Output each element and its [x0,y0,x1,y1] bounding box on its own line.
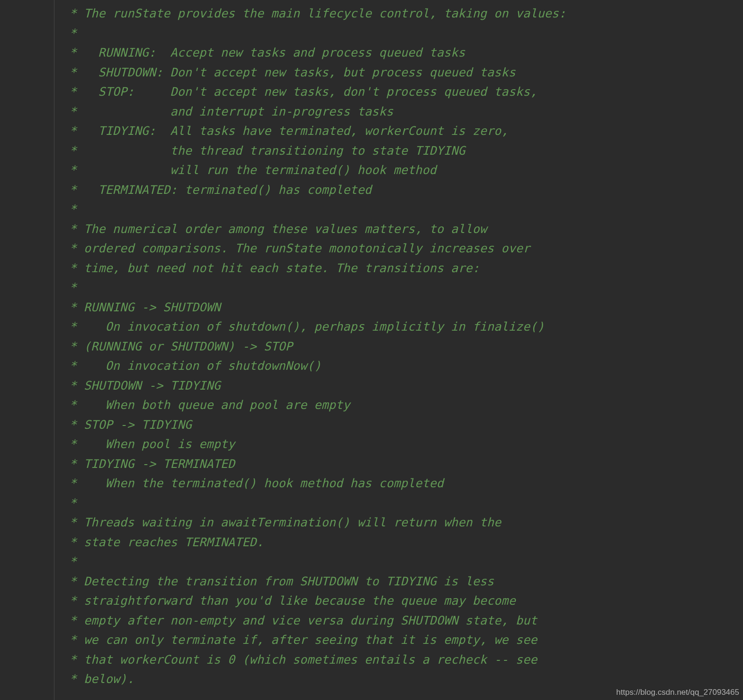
code-line: * The runState provides the main lifecyc… [62,4,743,24]
code-line: * RUNNING: Accept new tasks and process … [62,43,743,63]
code-line: * On invocation of shutdownNow() [62,356,743,376]
code-line: * [62,24,743,43]
code-line: * RUNNING -> SHUTDOWN [62,298,743,317]
code-line: * below). [62,669,743,689]
watermark-text: https://blog.csdn.net/qq_27093465 [616,688,739,697]
code-line: * we can only terminate if, after seeing… [62,630,743,650]
code-line: * The numerical order among these values… [62,219,743,239]
code-line: * TIDYING: All tasks have terminated, wo… [62,121,743,141]
code-line: * Detecting the transition from SHUTDOWN… [62,572,743,592]
editor-gutter [0,0,54,700]
code-line: * time, but need not hit each state. The… [62,258,743,278]
code-line: * [62,493,743,513]
code-line: * straightforward than you'd like becaus… [62,591,743,611]
code-line: * When the terminated() hook method has … [62,474,743,493]
code-line: * SHUTDOWN: Don't accept new tasks, but … [62,63,743,83]
code-line: * will run the terminated() hook method [62,160,743,180]
code-line: * Threads waiting in awaitTermination() … [62,513,743,533]
editor-window: * The runState provides the main lifecyc… [0,0,743,700]
code-line: * SHUTDOWN -> TIDYING [62,376,743,396]
code-line: * On invocation of shutdown(), perhaps i… [62,317,743,337]
code-line: * [62,200,743,219]
code-line: * STOP: Don't accept new tasks, don't pr… [62,82,743,102]
code-line: * TERMINATED: terminated() has completed [62,180,743,200]
code-line: * TIDYING -> TERMINATED [62,454,743,474]
code-line: * the thread transitioning to state TIDY… [62,141,743,161]
code-line: * and interrupt in-progress tasks [62,102,743,122]
code-line: * [62,552,743,572]
code-line: * that workerCount is 0 (which sometimes… [62,650,743,670]
code-line: * When pool is empty [62,434,743,454]
code-line: * When both queue and pool are empty [62,395,743,415]
code-line: * (RUNNING or SHUTDOWN) -> STOP [62,337,743,357]
code-line: * STOP -> TIDYING [62,415,743,435]
code-line: * empty after non-empty and vice versa d… [62,611,743,631]
code-line: * ordered comparisons. The runState mono… [62,239,743,258]
code-line: * [62,278,743,298]
code-line: * state reaches TERMINATED. [62,533,743,552]
code-area[interactable]: * The runState provides the main lifecyc… [55,0,743,700]
